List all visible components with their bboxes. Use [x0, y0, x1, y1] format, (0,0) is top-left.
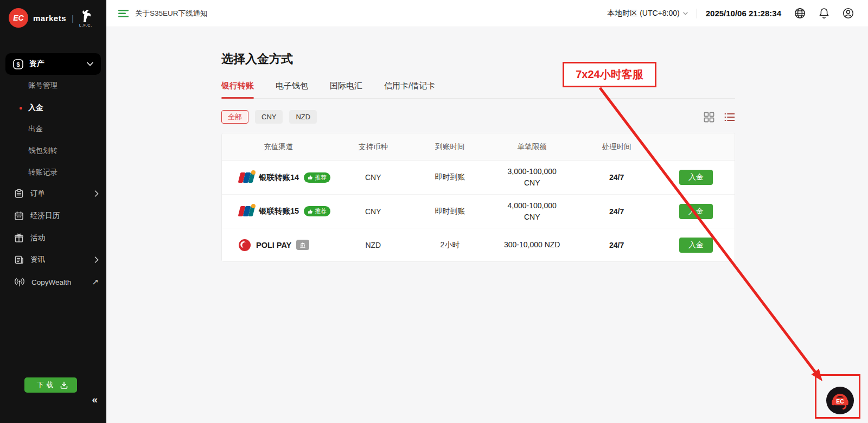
gift-icon: [14, 233, 24, 243]
calendar-icon: [14, 211, 24, 221]
thumb-up-icon: [308, 209, 313, 214]
unionpay-logo-icon: [238, 206, 254, 216]
logo-divider: |: [72, 14, 74, 23]
grid-view-icon[interactable]: [704, 112, 714, 123]
badge-label: 推荐: [315, 207, 327, 215]
cell-currency: NZD: [335, 241, 412, 249]
tab-credit-debit-card[interactable]: 信用卡/借记卡: [384, 81, 435, 98]
datetime-display: 2025/10/06 21:28:34: [706, 9, 781, 18]
sidebar-item-label: 资产: [29, 59, 44, 69]
table-row: 银联转账14 推荐 CNY 即时到账 3,000-100,000 CNY 24/…: [222, 161, 735, 194]
column-header-currency: 支持币种: [335, 142, 412, 152]
currency-filter-row: 全部 CNY NZD: [221, 110, 735, 124]
deposit-button[interactable]: 入金: [679, 238, 713, 253]
timezone-selector[interactable]: 本地时区 (UTC+8:00): [607, 9, 687, 18]
table-row: 银联转账15 推荐 CNY 即时到账 4,000-100,000 CNY 24/…: [222, 194, 735, 228]
ec-markets-logo-icon: EC: [9, 8, 28, 28]
chevron-down-icon: [87, 62, 93, 66]
sidebar-item-label: 订单: [30, 189, 45, 198]
download-icon: [60, 381, 68, 389]
brand-logo: EC markets | L.F.C.: [9, 5, 92, 31]
asset-dollar-icon: $: [13, 59, 23, 69]
chevron-right-icon: [94, 257, 99, 263]
broadcast-icon: [14, 277, 25, 287]
sidebar-item-orders[interactable]: 订单: [14, 188, 101, 200]
limit-amount: 4,000-100,000: [488, 200, 576, 211]
limit-currency: CNY: [488, 211, 576, 223]
bank-icon: [299, 242, 306, 248]
chevron-right-icon: [94, 190, 99, 197]
poli-pay-logo-icon: [238, 239, 251, 252]
liver-bird-icon: [80, 9, 92, 23]
recommended-badge: 推荐: [304, 206, 330, 216]
sidebar-item-news[interactable]: 资讯: [14, 254, 101, 266]
table-header-row: 充值渠道 支持币种 到账时间 单笔限额 处理时间: [222, 133, 735, 161]
lfc-label: L.F.C.: [79, 23, 92, 27]
account-icon[interactable]: [843, 8, 854, 19]
tab-e-wallet[interactable]: 电子钱包: [276, 81, 308, 98]
deposit-button[interactable]: 入金: [679, 170, 713, 185]
timezone-label: 本地时区 (UTC+8:00): [607, 9, 679, 18]
sidebar-item-account-management[interactable]: 账号管理: [28, 80, 58, 91]
news-icon: [14, 255, 24, 265]
bell-icon[interactable]: [819, 8, 829, 19]
caret-down-icon: [683, 12, 688, 15]
deposit-button[interactable]: 入金: [679, 204, 713, 219]
sidebar-item-label: CopyWealth: [31, 278, 71, 286]
cell-arrival: 即时到账: [412, 207, 489, 216]
sidebar-item-promotions[interactable]: 活动: [14, 232, 101, 244]
channel-name: POLI PAY: [256, 241, 291, 249]
badge-label: 推荐: [315, 174, 327, 182]
column-header-channel: 充值渠道: [222, 142, 335, 152]
menu-hamburger-icon[interactable]: [118, 10, 129, 17]
table-row: POLI PAY NZD 2小时 300-10,000 NZD 24/: [222, 228, 735, 261]
annotation-label: 7x24小时客服: [576, 67, 643, 82]
sidebar-item-assets[interactable]: $ 资产: [5, 53, 101, 75]
limit-currency: CNY: [488, 177, 576, 189]
sidebar-item-label: 资讯: [30, 255, 45, 265]
external-link-icon: ↗: [92, 277, 99, 287]
bank-badge: [296, 240, 309, 250]
filter-chip-all[interactable]: 全部: [221, 110, 248, 124]
sidebar-item-economic-calendar[interactable]: 经济日历: [14, 210, 101, 222]
recommended-badge: 推荐: [304, 172, 330, 183]
list-view-icon[interactable]: [724, 112, 735, 122]
cell-currency: CNY: [335, 173, 412, 182]
cell-processing: 24/7: [576, 241, 658, 249]
filter-chip-nzd[interactable]: NZD: [289, 110, 317, 124]
lfc-logo: L.F.C.: [79, 9, 92, 27]
tab-bank-transfer[interactable]: 银行转账: [221, 81, 254, 98]
sidebar-item-wallet-transfer[interactable]: 钱包划转: [28, 145, 58, 156]
sidebar-item-label: 经济日历: [30, 211, 60, 221]
sidebar: EC markets | L.F.C. $ 资产 账号管理 入金 出金 钱包划转…: [0, 0, 106, 423]
channel-name: 银联转账15: [259, 206, 299, 216]
download-button[interactable]: 下载: [24, 377, 77, 393]
sidebar-item-withdraw[interactable]: 出金: [28, 124, 43, 134]
sidebar-collapse-button[interactable]: «: [92, 394, 98, 406]
cell-arrival: 即时到账: [412, 172, 489, 182]
cell-processing: 24/7: [576, 207, 658, 216]
globe-icon[interactable]: [794, 8, 806, 19]
view-toggles: [704, 112, 735, 123]
brand-markets-label: markets: [33, 14, 66, 23]
cell-arrival: 2小时: [412, 240, 489, 250]
cell-processing: 24/7: [576, 173, 658, 182]
cell-limit: 3,000-100,000 CNY: [488, 166, 576, 189]
cell-limit: 300-10,000 NZD: [488, 239, 576, 251]
ec-logo-text: EC: [13, 14, 23, 22]
sidebar-item-deposit[interactable]: 入金: [28, 102, 43, 113]
topbar: 关于S35EUR下线通知 本地时区 (UTC+8:00) 2025/10/06 …: [106, 0, 868, 27]
filter-chip-cny[interactable]: CNY: [255, 110, 283, 124]
column-header-arrival-time: 到账时间: [412, 142, 489, 152]
sidebar-item-transfer-records[interactable]: 转账记录: [28, 167, 58, 178]
column-header-limit: 单笔限额: [488, 142, 576, 152]
topbar-right: 本地时区 (UTC+8:00) 2025/10/06 21:28:34: [607, 8, 868, 19]
sidebar-item-copywealth[interactable]: CopyWealth ↗: [14, 276, 101, 288]
tab-international-wire[interactable]: 国际电汇: [330, 81, 362, 98]
deposit-channels-table: 充值渠道 支持币种 到账时间 单笔限额 处理时间 银联转账14 推荐: [221, 133, 735, 262]
channel-name: 银联转账14: [259, 172, 299, 183]
cell-limit: 4,000-100,000 CNY: [488, 200, 576, 223]
unionpay-logo-icon: [238, 172, 254, 183]
notice-link[interactable]: 关于S35EUR下线通知: [135, 9, 208, 18]
column-header-processing-time: 处理时间: [576, 142, 658, 152]
